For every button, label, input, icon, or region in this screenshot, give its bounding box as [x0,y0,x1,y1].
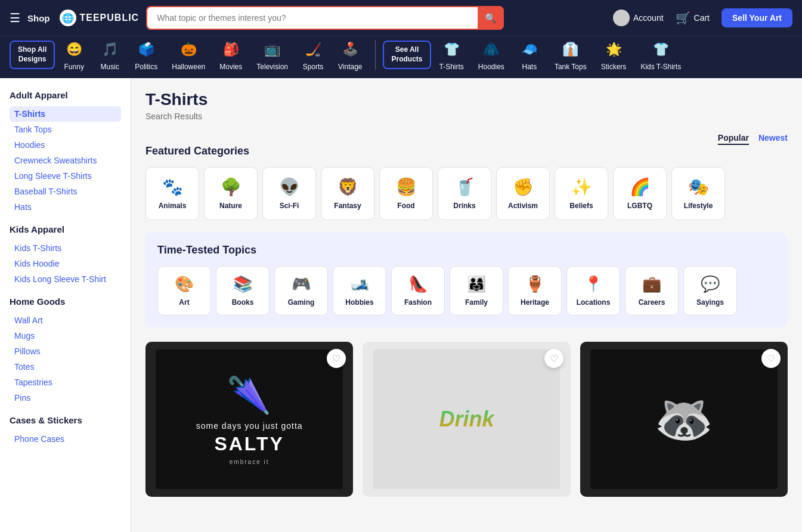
topic-gaming[interactable]: 🎮 Gaming [274,266,328,316]
nav-item-stickers-label: Stickers [601,63,627,71]
logo[interactable]: 🌐 TEEPUBLIC [60,10,140,26]
category-lifestyle[interactable]: 🎭 Lifestyle [671,167,725,220]
topic-family[interactable]: 👨‍👩‍👧 Family [450,266,503,316]
nav-item-movies-label: Movies [219,63,242,71]
topic-locations[interactable]: 📍 Locations [566,266,620,316]
sidebar-link-crewneck[interactable]: Crewneck Sweatshirts [10,153,121,168]
tanktops-nav-icon: 👔 [560,39,581,60]
nature-label: Nature [219,202,242,210]
nav-item-movies[interactable]: 🎒 Movies [213,36,248,73]
sell-button[interactable]: Sell Your Art [722,8,792,27]
category-animals[interactable]: 🐾 Animals [145,167,199,220]
sidebar-link-hats[interactable]: Hats [10,199,121,215]
category-nature[interactable]: 🌳 Nature [204,167,258,220]
topic-careers[interactable]: 💼 Careers [625,266,679,316]
sidebar-link-tshirts[interactable]: T-Shirts [10,106,121,122]
nav-item-music[interactable]: 🎵 Music [93,36,126,73]
category-lgbtq[interactable]: 🌈 LGBTQ [613,167,667,220]
category-food[interactable]: 🍔 Food [379,167,433,220]
nav-item-halloween[interactable]: 🎃 Halloween [166,36,211,73]
topic-fashion[interactable]: 👠 Fashion [391,266,445,316]
category-fantasy[interactable]: 🦁 Fantasy [321,167,374,220]
nav-item-hoodies[interactable]: 🧥 Hoodies [472,36,510,73]
sidebar-link-pillows[interactable]: Pillows [10,344,121,359]
salty-tshirt: 🌂 some days you just gotta SALTY embrace… [156,349,342,489]
beliefs-icon: ✨ [571,177,592,197]
sayings-label: Sayings [696,298,724,307]
shop-all-button[interactable]: Shop All Designs [10,41,55,69]
books-label: Books [232,298,254,307]
food-label: Food [397,202,414,210]
sidebar: Adult Apparel T-Shirts Tank Tops Hoodies… [0,78,131,532]
cart-button[interactable]: 🛒 Cart [676,11,710,25]
nav-item-vintage-label: Vintage [338,63,362,71]
drink-tshirt: Drink [373,349,560,489]
sidebar-link-longsleeve[interactable]: Long Sleeve T-Shirts [10,168,121,184]
nav-item-hats[interactable]: 🧢 Hats [513,36,546,73]
topic-hobbies[interactable]: 🎿 Hobbies [333,266,386,316]
search-input[interactable] [146,6,504,30]
nav-item-stickers[interactable]: 🌟 Stickers [595,36,633,73]
sidebar-link-kids-tshirts[interactable]: Kids T-Shirts [10,240,121,256]
category-activism[interactable]: ✊ Activism [496,167,550,220]
product-card-salty[interactable]: ♡ 🌂 some days you just gotta SALTY embra… [145,342,353,497]
nav-item-vintage[interactable]: 🕹️ Vintage [332,36,368,73]
category-scifi[interactable]: 👽 Sci-Fi [262,167,316,220]
favorite-button-raccoon[interactable]: ♡ [761,349,781,368]
adult-apparel-title: Adult Apparel [10,90,121,100]
sports-icon: 🏒 [302,39,324,60]
favorite-button-drink[interactable]: ♡ [544,349,563,368]
products-grid: ♡ 🌂 some days you just gotta SALTY embra… [145,342,788,497]
nav-item-tanktops[interactable]: 👔 Tank Tops [549,36,593,73]
sidebar-link-pins[interactable]: Pins [10,390,121,406]
see-all-products-button[interactable]: See All Products [383,41,431,69]
gaming-label: Gaming [288,298,315,307]
sort-newest-tab[interactable]: Newest [758,133,788,145]
sort-popular-tab[interactable]: Popular [718,133,749,145]
category-beliefs[interactable]: ✨ Beliefs [555,167,608,220]
sidebar-link-mugs[interactable]: Mugs [10,328,121,344]
nav-item-funny[interactable]: 😄 Funny [57,36,91,73]
nav-item-kids-tshirts[interactable]: 👕 Kids T-Shirts [634,36,687,73]
featured-categories-title: Featured Categories [145,145,788,157]
topic-books[interactable]: 📚 Books [216,266,270,316]
nav-item-tanktops-label: Tank Tops [555,63,587,71]
sidebar-link-hoodies[interactable]: Hoodies [10,137,121,153]
nav-item-sports[interactable]: 🏒 Sports [296,36,330,73]
drink-text: Drink [439,407,494,432]
logo-globe-icon: 🌐 [60,10,76,26]
search-button[interactable]: 🔍 [478,6,504,30]
product-image-salty: 🌂 some days you just gotta SALTY embrace… [145,342,353,497]
product-card-drink[interactable]: ♡ Drink [363,342,570,497]
menu-icon[interactable]: ☰ [10,11,20,25]
activism-label: Activism [508,202,538,210]
sidebar-link-phonecases[interactable]: Phone Cases [10,431,121,447]
sidebar-link-tanktops[interactable]: Tank Tops [10,122,121,137]
sidebar-link-baseball[interactable]: Baseball T-Shirts [10,184,121,199]
account-button[interactable]: Account [613,10,664,26]
product-card-raccoon[interactable]: ♡ 🦝 [580,342,788,497]
sidebar-link-totes[interactable]: Totes [10,359,121,375]
sidebar-link-kids-longsleeve[interactable]: Kids Long Sleeve T-Shirt [10,271,121,287]
nav-item-halloween-label: Halloween [172,63,205,71]
topic-art[interactable]: 🎨 Art [157,266,211,316]
halloween-icon: 🎃 [178,39,199,60]
drinks-icon: 🥤 [454,177,475,197]
category-drinks[interactable]: 🥤 Drinks [438,167,491,220]
sidebar-link-tapestries[interactable]: Tapestries [10,375,121,390]
topic-heritage[interactable]: 🏺 Heritage [508,266,562,316]
nav-item-tshirts[interactable]: 👕 T-Shirts [433,36,470,73]
stickers-nav-icon: 🌟 [603,39,624,60]
sort-tabs: Popular Newest [718,133,788,145]
sidebar-link-wallart[interactable]: Wall Art [10,313,121,328]
logo-text: TEEPUBLIC [80,13,140,23]
sidebar-link-kids-hoodie[interactable]: Kids Hoodie [10,256,121,271]
lgbtq-label: LGBTQ [627,202,652,210]
nav-item-politics[interactable]: 🗳️ Politics [129,36,163,73]
product-image-drink: Drink [363,342,570,497]
locations-icon: 📍 [584,275,603,293]
nav-item-television[interactable]: 📺 Television [250,36,294,73]
main-layout: Adult Apparel T-Shirts Tank Tops Hoodies… [0,78,802,532]
topic-sayings[interactable]: 💬 Sayings [683,266,737,316]
scifi-label: Sci-Fi [280,202,299,210]
